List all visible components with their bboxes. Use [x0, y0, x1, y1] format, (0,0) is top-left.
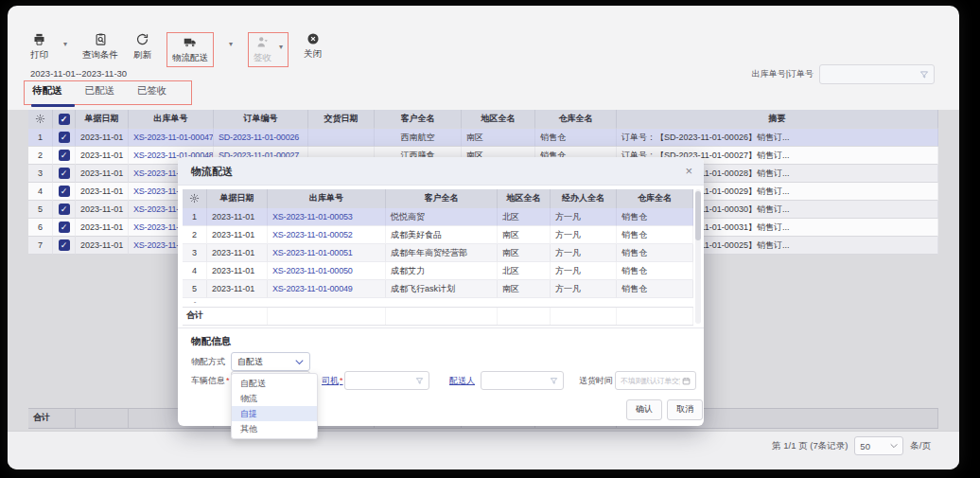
sign-receipt-label: 签收	[254, 52, 271, 64]
logistics-delivery-button[interactable]: 物流配送	[172, 35, 208, 64]
cancel-button[interactable]: 取消	[667, 399, 703, 420]
dialog-total-label: 合计	[183, 308, 268, 325]
tab-signed[interactable]: 已签收	[137, 84, 167, 103]
out-no-link[interactable]: XS-2023-11-01-00049	[268, 280, 386, 298]
out-no-link[interactable]: XS-2023-11-01-00051	[268, 244, 386, 262]
dialog-close-icon[interactable]: ×	[685, 157, 692, 186]
page-info: 第 1/1 页 (7条记录)	[772, 440, 848, 452]
row-checkbox[interactable]: ✓	[53, 183, 76, 201]
dialog-scrollbar[interactable]	[695, 189, 701, 324]
dialog-table-row[interactable]: 2 2023-11-01 XS-2023-11-01-00052 成都美好食品 …	[183, 226, 693, 244]
option-self-pickup[interactable]: 自提	[232, 406, 317, 421]
cell-agent: 方一凡	[551, 208, 617, 226]
sign-receipt-button[interactable]: 签收	[254, 35, 271, 64]
columns-settings-button[interactable]	[28, 110, 53, 129]
print-caret-icon[interactable]: ▾	[63, 32, 67, 48]
logistics-caret-icon[interactable]: ▾	[229, 32, 233, 48]
cell-date: 2023-11-01	[207, 244, 268, 262]
partial-mark: -	[183, 298, 207, 307]
dcol-region: 地区全名	[498, 189, 551, 208]
dialog-total-row: 合计	[183, 307, 693, 326]
row-checkbox[interactable]: ✓	[53, 219, 76, 237]
out-no-link[interactable]: XS-2023-11-01-00047	[129, 129, 214, 147]
funnel-icon	[919, 70, 929, 80]
row-checkbox[interactable]: ✓	[53, 237, 76, 255]
date-range-text: 2023-11-01--2023-11-30	[30, 68, 127, 79]
row-checkbox[interactable]: ✓	[53, 147, 76, 165]
out-no-link[interactable]: XS-2023-11-01-00050	[268, 262, 386, 280]
dialog-table-row[interactable]: 5 2023-11-01 XS-2023-11-01-00049 成都飞行ask…	[183, 280, 693, 298]
active-tab-underline	[31, 104, 75, 107]
option-other[interactable]: 其他	[232, 421, 317, 436]
driver-label[interactable]: 司机	[322, 371, 343, 390]
refresh-button[interactable]: 刷新	[133, 32, 151, 62]
row-num: 5	[28, 201, 53, 219]
table-row[interactable]: 1 ✓ 2023-11-01 XS-2023-11-01-00047 SD-20…	[28, 129, 938, 147]
cell-date: 2023-11-01	[76, 129, 129, 147]
cell-agent: 方一凡	[551, 280, 617, 298]
col-header-date: 单据日期	[76, 110, 129, 129]
refresh-label: 刷新	[133, 49, 151, 62]
option-logistics[interactable]: 物流	[232, 391, 317, 406]
delivery-time-input[interactable]	[615, 371, 696, 390]
cell-warehouse: 销售仓	[617, 280, 693, 298]
cell-warehouse: 销售仓	[617, 244, 693, 262]
dialog-table-row[interactable]: 1 2023-11-01 XS-2023-11-01-00053 悦悦商贸 北区…	[183, 208, 693, 226]
cell-agent: 方一凡	[551, 226, 617, 244]
row-checkbox[interactable]: ✓	[53, 129, 76, 147]
order-filter: 出库单号|订单号	[752, 64, 935, 84]
cell-date: 2023-11-01	[76, 237, 129, 255]
col-header-out-no: 出库单号	[129, 110, 214, 129]
cell-date: 2023-11-01	[76, 219, 129, 237]
deliverer-input[interactable]	[481, 371, 564, 390]
dialog-table-row[interactable]: 4 2023-11-01 XS-2023-11-01-00050 成都艾力 北区…	[183, 262, 693, 280]
dialog-columns-settings-button[interactable]	[183, 189, 207, 208]
order-filter-input[interactable]	[819, 64, 935, 84]
deliverer-label[interactable]: 配送人	[449, 371, 475, 390]
scrollbar-thumb[interactable]	[695, 191, 701, 240]
driver-input[interactable]	[344, 371, 429, 390]
total-cell	[76, 409, 129, 428]
close-button[interactable]: 关闭	[304, 32, 322, 61]
out-no-link[interactable]: XS-2023-11-01-00052	[268, 226, 386, 244]
page-size-unit: 条/页	[910, 440, 931, 452]
total-cell	[268, 308, 386, 325]
cell-agent: 方一凡	[551, 262, 617, 280]
row-num: 4	[183, 262, 207, 280]
row-checkbox[interactable]: ✓	[53, 165, 76, 183]
col-header-order-no: 订单编号	[214, 110, 308, 129]
confirm-button[interactable]: 确认	[626, 399, 662, 420]
delivery-method-select[interactable]: 自配送	[231, 352, 310, 371]
order-no-link[interactable]: SD-2023-11-01-00026	[214, 129, 308, 147]
total-cell	[386, 308, 498, 325]
cell-customer: 悦悦商贸	[386, 208, 498, 226]
cell-region: 北区	[498, 262, 551, 280]
row-num: 3	[183, 244, 207, 262]
page-size-select[interactable]: 50	[854, 436, 903, 455]
funnel-icon[interactable]	[413, 377, 429, 385]
tab-pending-delivery[interactable]: 待配送	[32, 84, 62, 103]
cell-warehouse: 销售仓	[617, 226, 693, 244]
query-conditions-button[interactable]: 查询条件	[82, 32, 118, 62]
delivery-time-text[interactable]	[616, 377, 680, 385]
row-checkbox[interactable]: ✓	[53, 201, 76, 219]
cell-region: 北区	[498, 208, 551, 226]
cell-warehouse: 销售仓	[617, 208, 693, 226]
funnel-icon[interactable]	[548, 377, 563, 385]
deliverer-text[interactable]	[481, 376, 548, 385]
vehicle-info-label: 车辆信息	[191, 371, 230, 390]
calendar-icon[interactable]	[680, 377, 695, 385]
driver-text[interactable]	[345, 376, 413, 385]
print-button[interactable]: 打印	[30, 32, 48, 62]
out-no-link[interactable]: XS-2023-11-01-00053	[268, 208, 386, 226]
dialog-divider	[178, 328, 704, 328]
person-sign-icon	[255, 35, 270, 49]
select-all-checkbox[interactable]: ✓	[53, 110, 76, 129]
option-self-delivery[interactable]: 自配送	[232, 376, 317, 391]
cell-region: 南区	[462, 129, 535, 147]
sign-caret-icon[interactable]: ▾	[279, 35, 283, 64]
cell-date: 2023-11-01	[76, 147, 129, 165]
tab-delivered[interactable]: 已配送	[85, 84, 115, 103]
sign-annotation-box: 签收 ▾	[248, 32, 289, 67]
dialog-table-row[interactable]: 3 2023-11-01 XS-2023-11-01-00051 成都年年商贸经…	[183, 244, 693, 262]
